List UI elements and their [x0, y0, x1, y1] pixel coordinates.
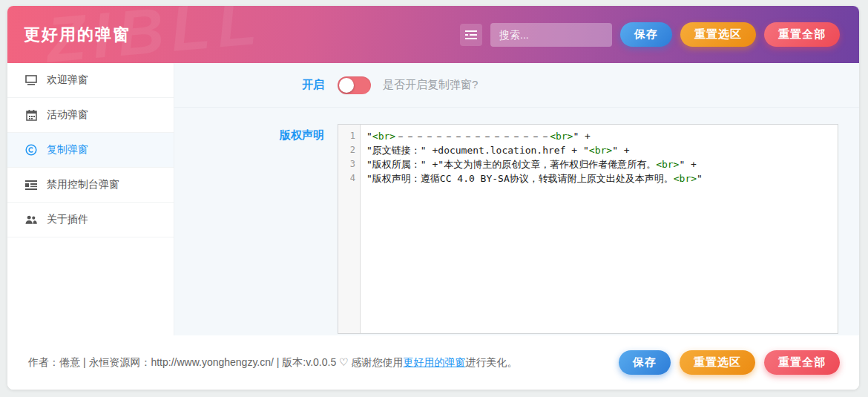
- sidebar: 欢迎弹窗 活动弹窗 复制弹窗 禁用控制台弹窗: [7, 63, 174, 335]
- toggle-label: 开启: [174, 78, 324, 92]
- copyright-setting-row: 版权声明 1234 "<br>－－－－－－－－－－－－－－－－<br>" +"原…: [174, 108, 859, 334]
- footer-reset-all-button[interactable]: 重置全部: [764, 350, 840, 375]
- sidebar-item-label: 关于插件: [47, 213, 88, 226]
- plugin-link[interactable]: 更好用的弹窗: [404, 356, 466, 368]
- header: ZIBLL 更好用的弹窗 保存 重置选区 重置全部: [7, 6, 859, 63]
- sidebar-item-activity-popup[interactable]: 活动弹窗: [7, 98, 174, 133]
- calendar-icon: [25, 109, 37, 121]
- code-gutter: 1234: [338, 125, 361, 333]
- toggle-knob: [339, 78, 354, 93]
- menu-list-icon[interactable]: [460, 24, 482, 46]
- copyright-icon: [25, 144, 37, 156]
- settings-main: 开启 是否开启复制弹窗? 版权声明 1234 "<br>－－－－－－－－－－－－…: [174, 63, 859, 335]
- sidebar-item-label: 禁用控制台弹窗: [47, 178, 119, 191]
- footer-save-button[interactable]: 保存: [619, 350, 671, 375]
- sidebar-item-label: 活动弹窗: [47, 108, 88, 122]
- code-lines[interactable]: "<br>－－－－－－－－－－－－－－－－<br>" +"原文链接：" +doc…: [361, 125, 838, 333]
- copyright-label: 版权声明: [174, 124, 324, 334]
- copy-popup-toggle[interactable]: [338, 76, 371, 94]
- toggle-hint: 是否开启复制弹窗?: [383, 78, 478, 92]
- header-toolbar: 保存 重置选区 重置全部: [460, 22, 840, 47]
- sidebar-item-copy-popup[interactable]: 复制弹窗: [7, 133, 174, 168]
- page-title: 更好用的弹窗: [24, 24, 131, 46]
- sidebar-item-about-plugin[interactable]: 关于插件: [7, 203, 174, 237]
- toggle-setting-row: 开启 是否开启复制弹窗?: [174, 63, 859, 108]
- users-icon: [25, 214, 37, 226]
- reset-selection-button[interactable]: 重置选区: [680, 22, 756, 47]
- save-button[interactable]: 保存: [620, 22, 672, 47]
- search-input[interactable]: [490, 23, 612, 47]
- footer-credits: 作者：倦意 | 永恒资源网：http://www.yonghengzy.cn/ …: [28, 356, 518, 370]
- footer-buttons: 保存 重置选区 重置全部: [619, 350, 840, 375]
- footer-text-after: 进行美化。: [466, 356, 518, 368]
- sidebar-item-label: 欢迎弹窗: [47, 73, 88, 87]
- reset-all-button[interactable]: 重置全部: [764, 22, 840, 47]
- console-icon: [25, 179, 37, 191]
- footer-reset-selection-button[interactable]: 重置选区: [680, 350, 755, 375]
- content: 欢迎弹窗 活动弹窗 复制弹窗 禁用控制台弹窗: [7, 63, 859, 335]
- sidebar-item-label: 复制弹窗: [47, 143, 88, 157]
- sidebar-item-welcome-popup[interactable]: 欢迎弹窗: [7, 63, 174, 98]
- copyright-code-editor[interactable]: 1234 "<br>－－－－－－－－－－－－－－－－<br>" +"原文链接："…: [338, 124, 838, 334]
- monitor-icon: [25, 74, 37, 86]
- sidebar-item-disable-console-popup[interactable]: 禁用控制台弹窗: [7, 168, 174, 203]
- footer: 作者：倦意 | 永恒资源网：http://www.yonghengzy.cn/ …: [7, 335, 859, 390]
- plugin-settings-panel: ZIBLL 更好用的弹窗 保存 重置选区 重置全部: [7, 6, 859, 390]
- footer-text-before: 作者：倦意 | 永恒资源网：http://www.yonghengzy.cn/ …: [28, 356, 404, 368]
